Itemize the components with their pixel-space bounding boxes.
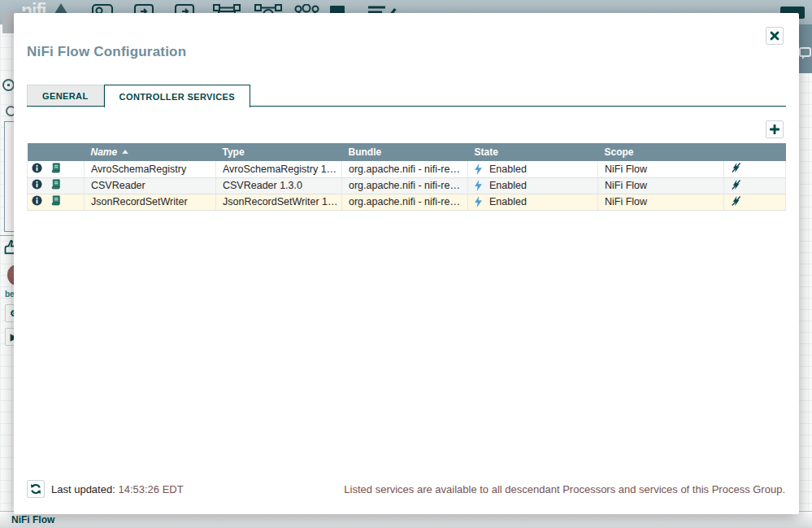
info-icon[interactable]: [32, 195, 42, 208]
sort-ascending-icon: [122, 150, 128, 154]
last-updated: Last updated: 14:53:26 EDT: [51, 483, 184, 495]
last-updated-label: Last updated:: [51, 483, 115, 495]
add-controller-service-button[interactable]: [766, 120, 784, 138]
tab-general[interactable]: GENERAL: [27, 85, 104, 106]
cell-name: AvroSchemaRegistry: [85, 161, 216, 177]
row-icons-cell: [28, 194, 85, 210]
cell-actions: [724, 194, 786, 210]
disable-service-icon[interactable]: [731, 179, 741, 193]
header-name[interactable]: Name: [85, 143, 216, 161]
state-label: Enabled: [489, 164, 527, 175]
cell-state: Enabled: [468, 161, 598, 177]
compass-icon[interactable]: [2, 79, 15, 91]
refresh-icon: [30, 483, 41, 495]
info-icon[interactable]: [32, 179, 42, 192]
cell-scope: NiFi Flow: [598, 177, 724, 194]
header-icons-column: [28, 143, 85, 161]
state-label: Enabled: [489, 196, 527, 207]
controller-service-row[interactable]: CSVReader CSVReader 1.3.0 org.apache.nif…: [28, 177, 786, 194]
controller-service-row[interactable]: AvroSchemaRegistry AvroSchemaRegistry 1.…: [28, 161, 786, 177]
operate-component-id: be: [5, 290, 15, 299]
state-label: Enabled: [489, 180, 527, 191]
dialog-tabs: GENERAL CONTROLLER SERVICES: [27, 85, 250, 107]
cell-name: JsonRecordSetWriter: [85, 194, 216, 210]
table-header-row: Name Type Bundle State Scope: [28, 143, 786, 161]
header-scope[interactable]: Scope: [598, 143, 724, 161]
enabled-bolt-icon: [475, 180, 482, 191]
dialog-title: NiFi Flow Configuration: [27, 44, 186, 60]
nifi-flow-configuration-dialog: NiFi Flow Configuration GENERAL CONTROLL…: [14, 13, 799, 514]
usage-book-icon[interactable]: [50, 163, 61, 176]
header-actions-column: [724, 143, 786, 161]
cell-type: JsonRecordSetWriter 1.3.0: [216, 194, 342, 210]
controller-services-tbody: AvroSchemaRegistry AvroSchemaRegistry 1.…: [28, 161, 786, 210]
info-icon[interactable]: [32, 163, 42, 176]
disable-service-icon[interactable]: [731, 162, 741, 176]
cell-name: CSVReader: [85, 177, 216, 194]
cell-type: CSVReader 1.3.0: [216, 177, 342, 194]
cell-scope: NiFi Flow: [598, 161, 724, 177]
disable-service-icon[interactable]: [731, 195, 741, 209]
cell-type: AvroSchemaRegistry 1.3.0: [216, 161, 342, 177]
cell-bundle: org.apache.nifi - nifi-registry-nar: [342, 161, 468, 177]
controller-services-table: Name Type Bundle State Scope AvroSchemaR…: [27, 143, 785, 211]
last-updated-value: 14:53:26 EDT: [118, 483, 183, 495]
usage-book-icon[interactable]: [50, 195, 61, 208]
usage-book-icon[interactable]: [50, 179, 61, 192]
right-side-panel: [798, 24, 812, 73]
cell-scope: NiFi Flow: [598, 194, 724, 210]
cell-bundle: org.apache.nifi - nifi-record-seri...: [342, 194, 468, 210]
cell-actions: [724, 177, 786, 194]
enabled-bolt-icon: [475, 196, 482, 207]
header-type[interactable]: Type: [216, 143, 342, 161]
cell-state: Enabled: [468, 177, 598, 194]
cell-actions: [724, 161, 786, 177]
palette-divider: [0, 235, 14, 236]
refresh-button[interactable]: [27, 480, 45, 498]
plus-icon: [770, 124, 779, 134]
chat-icon[interactable]: [799, 47, 811, 57]
controller-service-row[interactable]: JsonRecordSetWriter JsonRecordSetWriter …: [28, 194, 786, 210]
row-icons-cell: [28, 161, 85, 177]
header-bundle[interactable]: Bundle: [342, 143, 468, 161]
cell-state: Enabled: [468, 194, 598, 210]
scope-note: Listed services are available to all des…: [344, 483, 785, 495]
close-icon: [770, 31, 779, 41]
row-icons-cell: [28, 177, 85, 194]
close-button[interactable]: [766, 27, 784, 45]
tab-controller-services[interactable]: CONTROLLER SERVICES: [104, 85, 250, 107]
cell-bundle: org.apache.nifi - nifi-record-seri...: [342, 177, 468, 194]
enabled-bolt-icon: [475, 164, 482, 175]
breadcrumb[interactable]: NiFi Flow: [11, 514, 54, 526]
header-state[interactable]: State: [468, 143, 598, 161]
